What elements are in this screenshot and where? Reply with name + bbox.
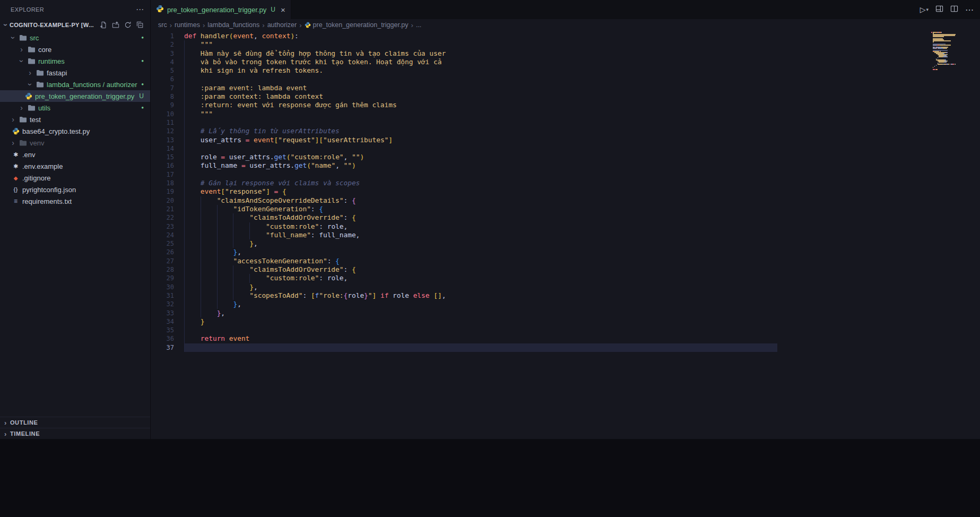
tree-item-env-example[interactable]: ✱.env.example bbox=[0, 160, 150, 172]
code-line-13[interactable]: 13 user_attrs = event["request"]["userAt… bbox=[151, 136, 980, 144]
code-line-9[interactable]: 9 :return: event với response được gán t… bbox=[151, 101, 980, 109]
code-line-17[interactable]: 17 bbox=[151, 170, 980, 179]
code-line-8[interactable]: 8 :param context: lambda context bbox=[151, 92, 980, 101]
python-icon bbox=[156, 5, 164, 15]
code-line-7[interactable]: 7 :param event: lambda event bbox=[151, 84, 980, 92]
code-line-33[interactable]: 33 }, bbox=[151, 309, 980, 317]
line-number: 11 bbox=[151, 118, 174, 127]
workspace-header[interactable]: › COGNITO-EXAMPLE-PY [W... bbox=[0, 19, 150, 31]
tree-item-runtimes[interactable]: ›runtimes● bbox=[0, 55, 150, 67]
python-icon bbox=[305, 22, 311, 28]
outline-panel-header[interactable]: › OUTLINE bbox=[0, 417, 150, 428]
code-line-19[interactable]: 19 event["response"] = { bbox=[151, 187, 980, 196]
code-line-11[interactable]: 11 bbox=[151, 118, 980, 127]
code-line-5[interactable]: 5 khi sign in và refresh tokens. bbox=[151, 66, 980, 75]
tree-item-gitignore[interactable]: ◆.gitignore bbox=[0, 172, 150, 184]
layout-icon[interactable] bbox=[935, 5, 943, 15]
code-line-31[interactable]: 31 "scopesToAdd": [f"role:{role}"] if ro… bbox=[151, 291, 980, 300]
breadcrumb-item[interactable]: lambda_functions bbox=[207, 21, 259, 29]
line-number: 24 bbox=[151, 231, 174, 239]
tree-item-pre-token-generation-trigger-py[interactable]: pre_token_generation_trigger.pyU bbox=[0, 90, 150, 102]
folder-icon bbox=[36, 70, 44, 76]
new-folder-icon[interactable] bbox=[112, 21, 119, 29]
line-number: 12 bbox=[151, 127, 174, 135]
line-number: 30 bbox=[151, 283, 174, 291]
code-line-10[interactable]: 10 """ bbox=[151, 110, 980, 118]
line-number: 31 bbox=[151, 291, 174, 300]
line-number: 20 bbox=[151, 196, 174, 205]
timeline-panel-label: TIMELINE bbox=[10, 430, 40, 437]
code-line-6[interactable]: 6 bbox=[151, 75, 980, 83]
code-line-1[interactable]: 1def handler(event, context): bbox=[151, 32, 980, 40]
folder-icon bbox=[28, 58, 36, 65]
code-editor[interactable]: 1def handler(event, context):2 """3 Hàm … bbox=[151, 31, 980, 439]
code-line-23[interactable]: 23 "custom:role": role, bbox=[151, 222, 980, 231]
tree-item-base64-crypto-test-py[interactable]: base64_crypto.test.py bbox=[0, 125, 150, 137]
tree-item-core[interactable]: ›core bbox=[0, 44, 150, 55]
code-line-29[interactable]: 29 "custom:role": role, bbox=[151, 274, 980, 282]
tree-item-src[interactable]: ›src● bbox=[0, 32, 150, 44]
tree-item-fastapi[interactable]: ›fastapi bbox=[0, 67, 150, 79]
breadcrumb-item[interactable]: runtimes bbox=[175, 21, 200, 29]
code-line-26[interactable]: 26 }, bbox=[151, 248, 980, 256]
breadcrumb-item[interactable]: authorizer bbox=[267, 21, 297, 29]
collapse-all-icon[interactable] bbox=[136, 21, 144, 29]
code-line-37[interactable]: 37 bbox=[151, 343, 980, 352]
more-actions-icon[interactable]: ⋯ bbox=[136, 5, 144, 14]
code-line-28[interactable]: 28 "claimsToAddOrOverride": { bbox=[151, 265, 980, 274]
folder-icon bbox=[28, 46, 36, 53]
tree-item-utils[interactable]: ›utils● bbox=[0, 102, 150, 114]
folder-icon bbox=[19, 35, 27, 41]
code-line-2[interactable]: 2 """ bbox=[151, 40, 980, 49]
code-line-32[interactable]: 32 }, bbox=[151, 300, 980, 308]
breadcrumb-separator-icon: › bbox=[411, 21, 413, 29]
code-line-36[interactable]: 36 return event bbox=[151, 334, 980, 343]
explorer-sidebar: EXPLORER ⋯ › COGNITO-EXAMPLE-PY [W... ›s… bbox=[0, 0, 151, 439]
code-line-16[interactable]: 16 full_name = user_attrs.get("name", ""… bbox=[151, 161, 980, 170]
chevron-right-icon: › bbox=[4, 419, 7, 427]
python-icon bbox=[12, 127, 20, 135]
code-line-20[interactable]: 20 "claimsAndScopeOverrideDetails": { bbox=[151, 196, 980, 205]
code-line-4[interactable]: 4 và bỏ vào trong token trước khi tạo to… bbox=[151, 58, 980, 66]
code-line-15[interactable]: 15 role = user_attrs.get("custom:role", … bbox=[151, 153, 980, 161]
code-line-18[interactable]: 18 # Gán lại response với claims và scop… bbox=[151, 179, 980, 187]
code-line-30[interactable]: 30 }, bbox=[151, 283, 980, 291]
code-line-14[interactable]: 14 bbox=[151, 144, 980, 153]
code-line-35[interactable]: 35 bbox=[151, 326, 980, 334]
code-line-24[interactable]: 24 "full_name": full_name, bbox=[151, 231, 980, 239]
line-number: 4 bbox=[151, 58, 174, 66]
code-line-34[interactable]: 34 } bbox=[151, 317, 980, 326]
file-tree: ›src●›core›runtimes●›fastapi›lambda_func… bbox=[0, 32, 150, 207]
run-button[interactable]: ▷ ▾ bbox=[920, 5, 929, 14]
breadcrumb-item[interactable]: src bbox=[158, 21, 167, 29]
minimap[interactable] bbox=[931, 32, 974, 71]
code-line-3[interactable]: 3 Hàm này sẽ dùng để tổng hợp thông tin … bbox=[151, 49, 980, 58]
tree-item-env[interactable]: ✱.env bbox=[0, 149, 150, 160]
code-line-25[interactable]: 25 }, bbox=[151, 239, 980, 248]
tree-item-venv[interactable]: ›venv bbox=[0, 137, 150, 149]
tree-item-label: core bbox=[38, 46, 51, 54]
line-number: 7 bbox=[151, 84, 174, 92]
refresh-icon[interactable] bbox=[124, 21, 132, 29]
code-line-22[interactable]: 22 "claimsToAddOrOverride": { bbox=[151, 213, 980, 222]
split-editor-icon[interactable] bbox=[950, 5, 958, 15]
new-file-icon[interactable] bbox=[100, 21, 107, 29]
close-icon[interactable]: × bbox=[281, 5, 285, 14]
line-number: 8 bbox=[151, 92, 174, 101]
tree-item-requirements-txt[interactable]: ≡requirements.txt bbox=[0, 195, 150, 207]
tree-item-pyrightconfig-json[interactable]: {}pyrightconfig.json bbox=[0, 184, 150, 195]
code-line-12[interactable]: 12 # Lấy thông tin từ userAttributes bbox=[151, 127, 980, 135]
breadcrumb-item[interactable]: ... bbox=[416, 21, 421, 29]
timeline-panel-header[interactable]: › TIMELINE bbox=[0, 428, 150, 439]
code-line-27[interactable]: 27 "accessTokenGeneration": { bbox=[151, 257, 980, 265]
line-number: 14 bbox=[151, 144, 174, 153]
line-number: 29 bbox=[151, 274, 174, 282]
workspace-actions bbox=[100, 21, 144, 29]
tree-item-test[interactable]: ›test bbox=[0, 114, 150, 125]
more-actions-icon[interactable]: ⋯ bbox=[965, 5, 974, 15]
breadcrumb-item[interactable]: pre_token_generation_trigger.py bbox=[305, 21, 409, 29]
tree-item-lambda-functions-authorizer[interactable]: ›lambda_functions / authorizer● bbox=[0, 79, 150, 90]
line-number: 22 bbox=[151, 213, 174, 222]
tab-pre-token-generation-trigger[interactable]: pre_token_generation_trigger.py U × bbox=[151, 0, 291, 19]
code-line-21[interactable]: 21 "idTokenGeneration": { bbox=[151, 205, 980, 213]
